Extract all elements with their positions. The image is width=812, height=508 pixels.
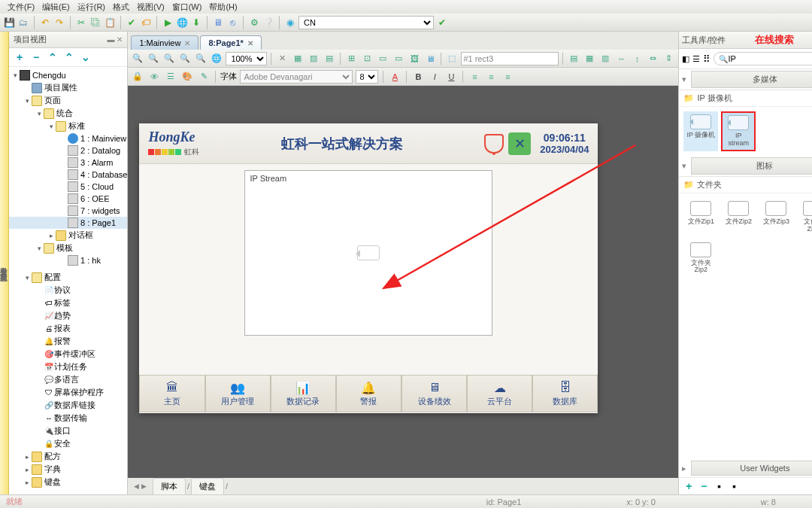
- save-icon[interactable]: 💾: [3, 17, 15, 29]
- menu-window[interactable]: 窗口(W): [169, 2, 205, 12]
- cat-multimedia[interactable]: 多媒体: [691, 71, 812, 88]
- text-align-r-icon[interactable]: ≡: [501, 70, 514, 84]
- menu-file[interactable]: 文件(F): [5, 2, 38, 12]
- widget-item[interactable]: 文件夹Zip1: [796, 198, 812, 236]
- tab-keyboard[interactable]: 键盘: [191, 478, 224, 495]
- tab-mainview[interactable]: 1:Mainview✕: [131, 35, 198, 50]
- hmi-nav-button[interactable]: 🏛主页: [139, 375, 205, 412]
- panel-pin-icon[interactable]: ▬ ✕: [108, 35, 123, 44]
- download-icon[interactable]: ⬇: [190, 17, 202, 29]
- tree-config-item[interactable]: 🎯事件缓冲区: [9, 348, 127, 360]
- widget-id-field[interactable]: [461, 52, 559, 65]
- language-select[interactable]: CN: [298, 16, 434, 29]
- hmi-nav-button[interactable]: 🖥设备绩效: [401, 375, 467, 412]
- hmi-page[interactable]: HongKe 虹科 虹科一站式解决方案 ✕ 09:06:11 2023/04/0…: [139, 123, 598, 413]
- menu-edit[interactable]: 编辑(E): [39, 2, 73, 12]
- tree-config-item[interactable]: 🖨报表: [9, 322, 127, 335]
- menu-view[interactable]: 视图(V): [134, 2, 168, 12]
- hmi-nav-button[interactable]: 📊数据记录: [271, 375, 336, 412]
- tree-config-item[interactable]: 💬多语言: [9, 373, 127, 386]
- tree-config-item[interactable]: 📄协议: [9, 284, 127, 297]
- menu-format[interactable]: 格式: [110, 2, 132, 12]
- ungroup-icon[interactable]: ▨: [307, 52, 320, 65]
- tree-config-item[interactable]: 🔒安全: [9, 437, 127, 450]
- font-size-select[interactable]: 8: [356, 70, 378, 84]
- underline-button[interactable]: U: [444, 70, 458, 84]
- left-dock-rail[interactable]: 变量交叉参引 对象视图: [0, 32, 9, 494]
- collapse-icons-icon[interactable]: ▾: [679, 161, 689, 171]
- dist-v-icon[interactable]: ↕: [630, 52, 644, 65]
- toggle2-icon[interactable]: ▭: [392, 52, 405, 65]
- search-input[interactable]: [728, 54, 812, 63]
- hmi-nav-button[interactable]: 🗄数据库: [532, 375, 598, 412]
- widget-search[interactable]: 🔍 ⓧ: [714, 52, 812, 65]
- dist-h-icon[interactable]: ↔: [614, 52, 628, 65]
- settings-icon[interactable]: ⚙: [248, 17, 260, 29]
- select-icon[interactable]: ⬚: [445, 52, 459, 65]
- lock-icon[interactable]: 🔒: [131, 70, 144, 84]
- widget-item[interactable]: 文件Zip2: [721, 198, 756, 236]
- tree-page-item[interactable]: 2 : Datalog: [9, 144, 127, 157]
- tab-close-icon[interactable]: ✕: [247, 39, 253, 47]
- color-picker-icon[interactable]: A: [388, 70, 401, 84]
- tree-config-item[interactable]: 🏷标签: [9, 297, 127, 309]
- hmi-nav-button[interactable]: ☁云平台: [467, 375, 532, 412]
- toggle1-icon[interactable]: ▭: [376, 52, 389, 65]
- color-fill-icon[interactable]: 🎨: [180, 70, 194, 84]
- redo-icon[interactable]: ↷: [53, 17, 65, 29]
- font-select[interactable]: Adobe Devanagari: [240, 70, 353, 84]
- tree-config-item[interactable]: 📈趋势: [9, 309, 127, 322]
- screen-icon[interactable]: 🖥: [423, 52, 437, 65]
- copy-icon[interactable]: ⿻: [89, 17, 102, 29]
- bold-button[interactable]: B: [411, 70, 425, 84]
- zoom-fit-icon[interactable]: 🔍: [131, 52, 144, 65]
- same-h-icon[interactable]: ⇕: [662, 52, 675, 65]
- cat-user-widgets[interactable]: User Widgets: [691, 461, 812, 476]
- add-widget-button[interactable]: +: [683, 481, 694, 491]
- remove-button[interactable]: −: [30, 51, 42, 63]
- zoom-sel-icon[interactable]: 🔍: [178, 52, 192, 65]
- zoom-select[interactable]: 100%: [226, 52, 267, 65]
- group-icon[interactable]: ▦: [291, 52, 304, 65]
- tree-config-item[interactable]: 📅计划任务: [9, 360, 127, 373]
- saveall-icon[interactable]: 🗂: [17, 17, 29, 29]
- project-tree[interactable]: ▾Chengdu 项目属性 ▾页面 ▾统合 ▾标准 1 : Mainview2 …: [9, 67, 127, 494]
- tree-page-item[interactable]: 6 : OEE: [9, 193, 127, 205]
- widget-item[interactable]: 文件夹Zip2: [683, 239, 718, 278]
- tree-page-item[interactable]: 3 : Alarm: [9, 157, 127, 169]
- export-widget-icon[interactable]: ▪: [729, 481, 739, 491]
- italic-button[interactable]: I: [428, 70, 441, 84]
- tree-config-item[interactable]: 🛡屏幕保护程序: [9, 386, 127, 399]
- tab-page1[interactable]: 8:Page1*✕: [200, 35, 261, 50]
- widget-item[interactable]: IP 摄像机: [683, 111, 718, 151]
- online-icon[interactable]: 🌐: [176, 17, 188, 29]
- tools-icon[interactable]: ✕: [508, 132, 531, 155]
- pan-icon[interactable]: 🌐: [210, 52, 223, 65]
- lang-icon[interactable]: ◉: [284, 17, 296, 29]
- tree-page-item[interactable]: 7 : widgets: [9, 205, 127, 217]
- menu-run[interactable]: 运行(R): [74, 2, 108, 12]
- tags-icon[interactable]: 🏷: [140, 17, 152, 29]
- view-grid-icon[interactable]: ⠿: [703, 53, 710, 65]
- lang-check-icon[interactable]: ✔: [436, 17, 448, 29]
- tree-config-item[interactable]: 🔔报警: [9, 335, 127, 348]
- align-c-icon[interactable]: ▦: [583, 52, 596, 65]
- cat-icons[interactable]: 图标: [691, 157, 812, 175]
- zoom-out-icon[interactable]: 🔍: [147, 52, 160, 65]
- text-align-l-icon[interactable]: ≡: [468, 70, 481, 84]
- paste-icon[interactable]: 📋: [104, 17, 116, 29]
- device-icon[interactable]: 🖥: [212, 17, 224, 29]
- layers-icon[interactable]: ☰: [164, 70, 177, 84]
- snap-icon[interactable]: ⊡: [360, 52, 374, 65]
- hmi-nav-button[interactable]: 👥用户管理: [205, 375, 271, 412]
- photo-icon[interactable]: 🖼: [408, 52, 421, 65]
- canvas[interactable]: HongKe 虹科 虹科一站式解决方案 ✕ 09:06:11 2023/04/0…: [128, 86, 678, 478]
- align-l-icon[interactable]: ▤: [567, 52, 580, 65]
- add-button[interactable]: +: [14, 51, 26, 63]
- tree-page-item[interactable]: 4 : Database: [9, 169, 127, 181]
- visibility-icon[interactable]: 👁: [147, 70, 161, 84]
- menu-help[interactable]: 帮助(H): [206, 2, 240, 12]
- folder-widget-icon[interactable]: ▪: [714, 481, 724, 491]
- tree-page-item[interactable]: 1 : Mainview: [9, 132, 127, 144]
- same-w-icon[interactable]: ⇔: [646, 52, 659, 65]
